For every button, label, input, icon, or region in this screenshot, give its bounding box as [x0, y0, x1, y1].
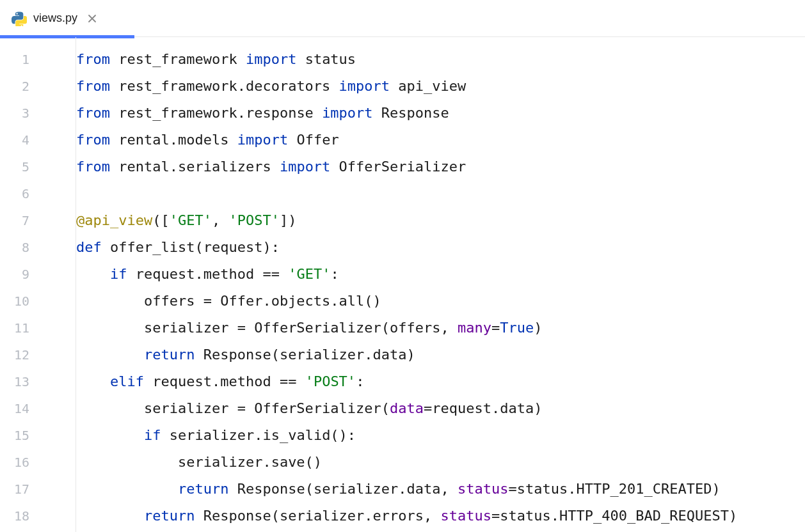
- line-number: 4: [0, 127, 41, 153]
- close-icon[interactable]: [86, 13, 98, 24]
- line-number: 5: [0, 153, 41, 180]
- code-line[interactable]: return Response(serializer.data, status=…: [76, 476, 805, 503]
- line-number: 2: [0, 73, 41, 100]
- code-line[interactable]: return Response(serializer.data): [76, 341, 805, 368]
- line-number: 17: [0, 476, 41, 503]
- code-content[interactable]: from rest_framework import statusfrom re…: [41, 37, 805, 532]
- tab-bar: views.py: [0, 0, 805, 37]
- code-line[interactable]: from rental.serializers import OfferSeri…: [76, 153, 805, 180]
- python-file-icon: [12, 11, 27, 26]
- code-line[interactable]: offers = Offer.objects.all(): [76, 288, 805, 315]
- code-line[interactable]: serializer = OfferSerializer(data=reques…: [76, 395, 805, 422]
- code-line[interactable]: from rest_framework.decorators import ap…: [76, 73, 805, 100]
- code-line[interactable]: return Response(serializer.errors, statu…: [76, 503, 805, 529]
- code-line[interactable]: elif request.method == 'POST':: [76, 368, 805, 395]
- code-line[interactable]: serializer.save(): [76, 449, 805, 476]
- line-number: 8: [0, 234, 41, 261]
- line-number: 7: [0, 207, 41, 234]
- line-number: 14: [0, 395, 41, 422]
- code-editor: views.py 123456789101112131415161718 fro…: [0, 0, 805, 532]
- code-line[interactable]: serializer = OfferSerializer(offers, man…: [76, 315, 805, 341]
- line-number: 13: [0, 368, 41, 395]
- tab-label: views.py: [33, 12, 77, 25]
- tab-views[interactable]: views.py: [0, 0, 109, 36]
- line-number: 11: [0, 315, 41, 341]
- line-number: 18: [0, 503, 41, 529]
- code-line[interactable]: def offer_list(request):: [76, 234, 805, 261]
- code-line[interactable]: if request.method == 'GET':: [76, 261, 805, 288]
- code-line[interactable]: if serializer.is_valid():: [76, 422, 805, 449]
- line-number: 9: [0, 261, 41, 288]
- code-line[interactable]: [76, 180, 805, 207]
- line-gutter: 123456789101112131415161718: [0, 37, 41, 532]
- line-number: 15: [0, 422, 41, 449]
- code-line[interactable]: from rental.models import Offer: [76, 127, 805, 153]
- code-line[interactable]: from rest_framework.response import Resp…: [76, 100, 805, 127]
- code-line[interactable]: @api_view(['GET', 'POST']): [76, 207, 805, 234]
- line-number: 1: [0, 46, 41, 73]
- line-number: 6: [0, 180, 41, 207]
- line-number: 16: [0, 449, 41, 476]
- editor-area[interactable]: 123456789101112131415161718 from rest_fr…: [0, 37, 805, 532]
- line-number: 3: [0, 100, 41, 127]
- line-number: 10: [0, 288, 41, 315]
- code-line[interactable]: from rest_framework import status: [76, 46, 805, 73]
- line-number: 12: [0, 341, 41, 368]
